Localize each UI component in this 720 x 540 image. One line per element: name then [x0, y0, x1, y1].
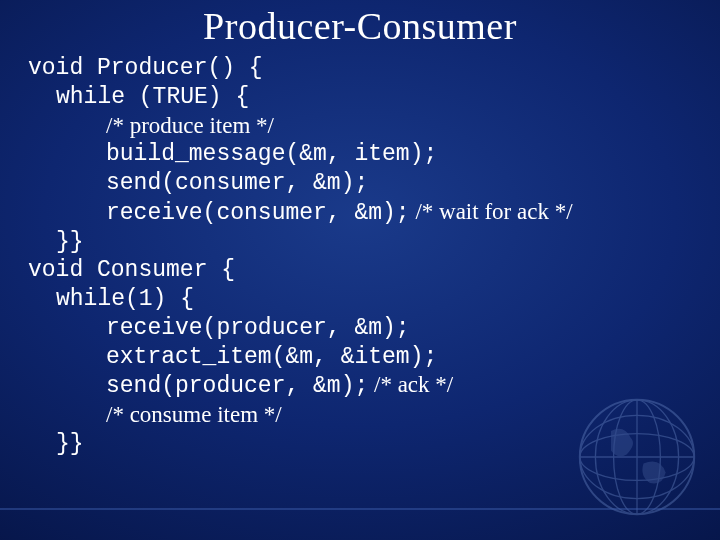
- code-line: void Consumer {: [28, 256, 692, 285]
- code-comment: /* consume item */: [28, 401, 692, 430]
- code-line: }}: [28, 430, 692, 459]
- code-line: while(1) {: [28, 285, 692, 314]
- code-comment: /* wait for ack */: [410, 199, 573, 224]
- code-line: send(producer, &m); /* ack */: [28, 371, 692, 401]
- code-line: receive(consumer, &m); /* wait for ack *…: [28, 198, 692, 228]
- code-comment: /* produce item */: [28, 112, 692, 141]
- divider: [0, 508, 720, 510]
- code-line: receive(producer, &m);: [28, 314, 692, 343]
- code-block: void Producer() { while (TRUE) { /* prod…: [0, 48, 720, 459]
- code-line: }}: [28, 228, 692, 257]
- code-line: extract_item(&m, &item);: [28, 343, 692, 372]
- code-text: receive(consumer, &m);: [106, 200, 410, 226]
- code-line: build_message(&m, item);: [28, 140, 692, 169]
- code-line: void Producer() {: [28, 54, 692, 83]
- code-comment: /* ack */: [368, 372, 453, 397]
- code-text: send(producer, &m);: [106, 373, 368, 399]
- code-line: while (TRUE) {: [28, 83, 692, 112]
- slide-title: Producer-Consumer: [0, 0, 720, 48]
- code-line: send(consumer, &m);: [28, 169, 692, 198]
